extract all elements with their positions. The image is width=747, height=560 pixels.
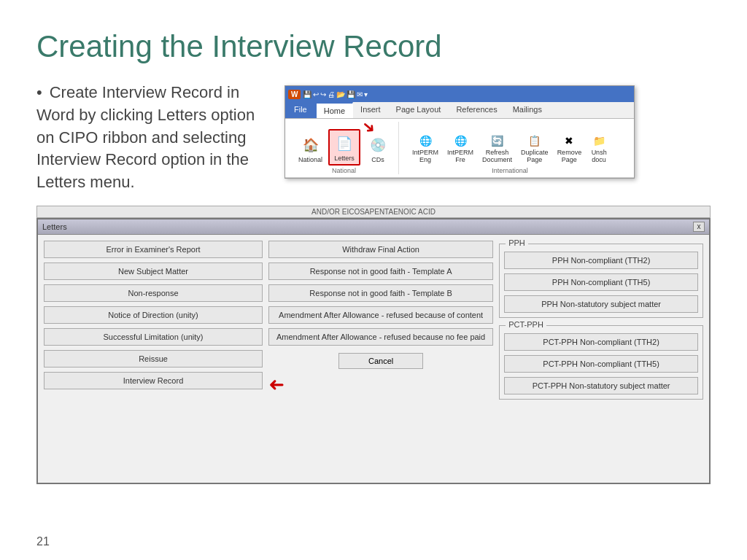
intperm-eng-button[interactable]: 🌐 IntPERMEng — [409, 131, 441, 166]
national-group-label: National — [332, 167, 356, 174]
international-buttons: 🌐 IntPERMEng 🌐 IntPERMFre 🔄 RefreshDocum… — [409, 131, 611, 166]
dialog-mid-column: Withdraw Final Action Response not in go… — [268, 241, 493, 477]
tab-file[interactable]: File — [285, 102, 317, 118]
pph-tth2-btn[interactable]: PPH Non-compliant (TTH2) — [504, 252, 698, 269]
cds-icon: 💿 — [366, 133, 390, 157]
unsh-icon: 📁 — [590, 132, 608, 149]
document-title-bar: AND/OR EICOSAPENTAENOIC ACID — [36, 206, 711, 218]
remove-label: RemovePage — [557, 149, 582, 164]
non-response-btn[interactable]: Non-response — [44, 284, 263, 302]
tab-home[interactable]: Home — [317, 102, 353, 118]
remove-page-button[interactable]: ✖ RemovePage — [554, 131, 585, 166]
letters-dialog-wrapper: AND/OR EICOSAPENTAENOIC ACID Letters x E… — [36, 206, 711, 484]
reissue-btn[interactable]: Reissue — [44, 350, 263, 368]
duplicate-icon: 📋 — [526, 132, 543, 149]
letters-dialog: Letters x Error in Examiner's Report New… — [36, 218, 711, 484]
cancel-row: Cancel — [268, 353, 493, 369]
cds-label: CDs — [371, 157, 384, 164]
new-subject-matter-btn[interactable]: New Subject Matter — [44, 262, 263, 280]
national-button[interactable]: 🏠 National — [295, 132, 325, 166]
notice-direction-btn[interactable]: Notice of Direction (unity) — [44, 306, 263, 324]
dialog-title-bar: Letters x — [38, 219, 709, 235]
pct-pph-buttons: PCT-PPH Non-compliant (TTH2) PCT-PPH Non… — [504, 333, 698, 394]
unsh-label: Unshdocu — [592, 149, 607, 164]
email-icon[interactable]: ✉ — [357, 90, 363, 98]
international-group-label: International — [492, 167, 528, 174]
ribbon-group-national: 🏠 National 📄 Letters ➜ 💿 CDs — [290, 122, 399, 174]
pct-pph-tth2-btn[interactable]: PCT-PPH Non-compliant (TTH2) — [504, 333, 698, 351]
letters-icon: 📄 — [333, 132, 356, 155]
undo-icon[interactable]: ↩ — [313, 90, 319, 98]
ribbon-screenshot: W 💾 ↩ ↪ 🖨 📂 💾 ✉ ▾ File Home Insert Page … — [285, 85, 635, 179]
tab-insert[interactable]: Insert — [353, 102, 389, 118]
bullet-item: Create Interview Record in Word by click… — [36, 82, 270, 194]
amendment-content-btn[interactable]: Amendment After Allowance - refused beca… — [268, 306, 493, 324]
national-icon: 🏠 — [299, 133, 322, 157]
interview-record-wrapper: Interview Record ➜ — [44, 372, 263, 389]
cancel-button[interactable]: Cancel — [338, 353, 423, 369]
down-icon[interactable]: ▾ — [364, 90, 368, 98]
intperm-fre-button[interactable]: 🌐 IntPERMFre — [444, 131, 476, 166]
successful-limitation-btn[interactable]: Successful Limitation (unity) — [44, 328, 263, 346]
redo-icon[interactable]: ↪ — [320, 90, 326, 98]
dialog-title-text: Letters — [42, 222, 67, 231]
save-icon[interactable]: 💾 — [303, 90, 311, 98]
tab-page-layout[interactable]: Page Layout — [389, 102, 449, 118]
withdraw-final-btn[interactable]: Withdraw Final Action — [268, 241, 493, 258]
dialog-close-button[interactable]: x — [693, 222, 705, 232]
pct-pph-tth5-btn[interactable]: PCT-PPH Non-compliant (TTH5) — [504, 355, 698, 373]
slide: Creating the Interview Record Create Int… — [0, 0, 747, 560]
bullet-text-area: Create Interview Record in Word by click… — [36, 82, 270, 194]
ribbon-tabs: File Home Insert Page Layout References … — [285, 102, 634, 119]
tab-mailings[interactable]: Mailings — [506, 102, 550, 118]
pph-group-box: PPH PPH Non-compliant (TTH2) PPH Non-com… — [499, 244, 703, 318]
pct-pph-group-label: PCT-PPH — [506, 320, 546, 329]
error-examiner-btn[interactable]: Error in Examiner's Report — [44, 241, 263, 258]
interview-record-btn[interactable]: Interview Record — [44, 372, 263, 389]
open-icon[interactable]: 📂 — [336, 90, 345, 98]
pph-group-label: PPH — [506, 238, 528, 247]
dialog-red-arrow: ➜ — [268, 373, 285, 396]
letters-button[interactable]: 📄 Letters ➜ — [328, 129, 360, 166]
unsh-docu-button[interactable]: 📁 Unshdocu — [587, 131, 611, 166]
word-icon: W — [288, 90, 301, 99]
letters-label: Letters — [334, 155, 355, 163]
refresh-document-button[interactable]: 🔄 RefreshDocument — [479, 131, 515, 166]
duplicate-page-button[interactable]: 📋 DuplicatePage — [518, 131, 551, 166]
response-good-faith-b-btn[interactable]: Response not in good faith - Template B — [268, 284, 493, 302]
save2-icon[interactable]: 💾 — [347, 90, 355, 98]
content-area: Create Interview Record in Word by click… — [36, 82, 711, 194]
pph-buttons: PPH Non-compliant (TTH2) PPH Non-complia… — [504, 252, 698, 313]
quick-icons: 💾 ↩ ↪ 🖨 📂 💾 ✉ ▾ — [303, 90, 368, 98]
intperm-eng-icon: 🌐 — [417, 132, 434, 149]
pph-non-statutory-btn[interactable]: PPH Non-statutory subject matter — [504, 295, 698, 313]
refresh-icon: 🔄 — [489, 132, 506, 149]
refresh-label: RefreshDocument — [482, 149, 512, 164]
remove-icon: ✖ — [560, 132, 578, 149]
duplicate-label: DuplicatePage — [521, 149, 549, 164]
dialog-body: Error in Examiner's Report New Subject M… — [38, 235, 709, 483]
ribbon-content: 🏠 National 📄 Letters ➜ 💿 CDs — [285, 119, 634, 178]
intperm-fre-icon: 🌐 — [452, 132, 469, 149]
print-icon[interactable]: 🖨 — [328, 90, 335, 98]
intperm-fre-label: IntPERMFre — [447, 149, 473, 164]
pct-pph-group-box: PCT-PPH PCT-PPH Non-compliant (TTH2) PCT… — [499, 325, 703, 400]
national-buttons: 🏠 National 📄 Letters ➜ 💿 CDs — [295, 129, 392, 166]
slide-title: Creating the Interview Record — [36, 29, 711, 64]
response-good-faith-a-btn[interactable]: Response not in good faith - Template A — [268, 262, 493, 280]
amendment-fee-btn[interactable]: Amendment After Allowance - refused beca… — [268, 328, 493, 346]
intperm-eng-label: IntPERMEng — [412, 149, 438, 164]
quick-access-toolbar: W 💾 ↩ ↪ 🖨 📂 💾 ✉ ▾ — [285, 86, 634, 102]
dialog-left-column: Error in Examiner's Report New Subject M… — [44, 241, 263, 477]
page-number: 21 — [36, 535, 50, 548]
pph-tth5-btn[interactable]: PPH Non-compliant (TTH5) — [504, 273, 698, 291]
ribbon-group-international: 🌐 IntPERMEng 🌐 IntPERMFre 🔄 RefreshDocum… — [403, 122, 616, 174]
dialog-right-column: PPH PPH Non-compliant (TTH2) PPH Non-com… — [499, 241, 703, 477]
national-label: National — [298, 157, 322, 164]
tab-references[interactable]: References — [449, 102, 505, 118]
pct-pph-non-statutory-btn[interactable]: PCT-PPH Non-statutory subject matter — [504, 377, 698, 394]
